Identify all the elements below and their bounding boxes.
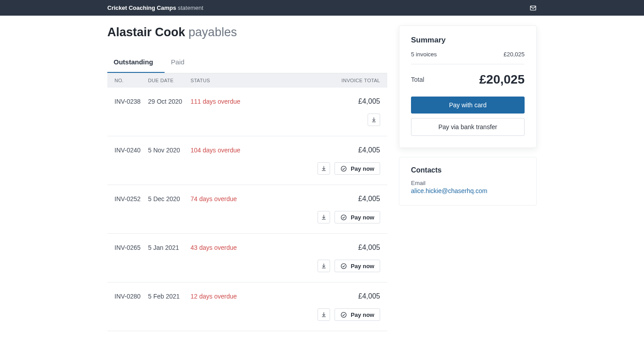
check-circle-icon <box>340 263 347 269</box>
download-icon <box>321 214 327 220</box>
mail-icon[interactable] <box>530 4 537 12</box>
pay-now-button[interactable]: Pay now <box>335 308 380 321</box>
invoice-total: £4,005 <box>318 146 380 154</box>
table-row: INV-02655 Jan 202143 days overdue£4,005P… <box>107 234 387 282</box>
row-actions: Pay now <box>114 308 380 321</box>
invoice-due: 29 Oct 2020 <box>148 98 191 105</box>
pay-now-label: Pay now <box>351 214 374 221</box>
title-word: payables <box>189 25 237 39</box>
title-suffix: statement <box>178 4 203 11</box>
invoice-total: £4,005 <box>318 97 380 105</box>
invoice-status: 74 days overdue <box>191 195 318 202</box>
tabs: Outstanding Paid <box>107 52 387 73</box>
summary-count-line: 5 invoices £20,025 <box>411 51 525 64</box>
svg-point-3 <box>341 263 346 268</box>
download-button[interactable] <box>318 162 330 175</box>
summary-total-line: Total £20,025 <box>411 64 525 97</box>
download-icon <box>321 311 327 318</box>
tab-outstanding[interactable]: Outstanding <box>107 52 165 73</box>
download-button[interactable] <box>318 260 330 272</box>
download-icon <box>371 117 377 123</box>
main-content: Alastair Cook payables Outstanding Paid … <box>107 25 387 331</box>
invoice-no: INV-0252 <box>114 195 148 202</box>
tab-paid[interactable]: Paid <box>165 52 196 73</box>
row-actions: Pay now <box>114 211 380 223</box>
check-circle-icon <box>340 311 347 318</box>
pay-now-label: Pay now <box>351 263 374 269</box>
table-row: INV-02405 Nov 2020104 days overdue£4,005… <box>107 136 387 185</box>
check-circle-icon <box>340 214 347 221</box>
summary-total-label: Total <box>411 76 424 83</box>
row-actions: Pay now <box>114 162 380 175</box>
download-button[interactable] <box>318 308 330 321</box>
invoice-list: INV-023829 Oct 2020111 days overdue£4,00… <box>107 88 387 331</box>
contacts-title: Contacts <box>411 166 525 174</box>
pay-now-button[interactable]: Pay now <box>335 162 380 175</box>
pay-now-label: Pay now <box>351 165 374 172</box>
row-actions: Pay now <box>114 260 380 272</box>
pay-via-bank-button[interactable]: Pay via bank transfer <box>411 118 525 136</box>
topbar: Cricket Coaching Camps statement <box>0 0 644 16</box>
pay-now-button[interactable]: Pay now <box>335 260 380 272</box>
summary-total-amount: £20,025 <box>479 72 525 87</box>
svg-point-4 <box>341 312 346 317</box>
sidebar: Summary 5 invoices £20,025 Total £20,025… <box>399 25 537 206</box>
invoice-total: £4,005 <box>318 244 380 252</box>
table-header: NO. DUE DATE STATUS INVOICE TOTAL <box>107 73 387 88</box>
download-button[interactable] <box>318 211 330 223</box>
topbar-title: Cricket Coaching Camps statement <box>107 4 203 11</box>
summary-count-label: 5 invoices <box>411 51 437 58</box>
invoice-status: 111 days overdue <box>191 98 318 105</box>
org-name: Cricket Coaching Camps <box>107 4 176 11</box>
download-icon <box>321 263 327 269</box>
invoice-total: £4,005 <box>318 292 380 300</box>
col-header-due: DUE DATE <box>148 78 191 83</box>
contacts-email-label: Email <box>411 180 525 186</box>
invoice-due: 5 Nov 2020 <box>148 147 191 154</box>
svg-point-2 <box>341 215 346 219</box>
contacts-email[interactable]: alice.hickie@chaserhq.com <box>411 187 525 194</box>
customer-name: Alastair Cook <box>107 25 185 39</box>
col-header-status: STATUS <box>191 78 318 83</box>
invoice-total: £4,005 <box>318 195 380 203</box>
col-header-no: NO. <box>114 78 148 83</box>
invoice-no: INV-0238 <box>114 98 148 105</box>
pay-now-button[interactable]: Pay now <box>335 211 380 223</box>
invoice-due: 5 Feb 2021 <box>148 293 191 300</box>
page-title: Alastair Cook payables <box>107 25 387 39</box>
invoice-due: 5 Jan 2021 <box>148 244 191 251</box>
svg-point-1 <box>341 166 346 171</box>
summary-count-amount: £20,025 <box>504 51 525 58</box>
invoice-due: 5 Dec 2020 <box>148 195 191 202</box>
invoice-no: INV-0265 <box>114 244 148 251</box>
download-button[interactable] <box>368 114 380 126</box>
check-circle-icon <box>340 165 347 172</box>
pay-with-card-button[interactable]: Pay with card <box>411 97 525 114</box>
row-actions <box>114 114 380 126</box>
download-icon <box>321 165 327 172</box>
pay-now-label: Pay now <box>351 311 374 318</box>
invoice-status: 104 days overdue <box>191 147 318 154</box>
table-row: INV-023829 Oct 2020111 days overdue£4,00… <box>107 88 387 136</box>
contacts-card: Contacts Email alice.hickie@chaserhq.com <box>399 157 537 206</box>
col-header-total: INVOICE TOTAL <box>318 78 380 83</box>
invoice-status: 43 days overdue <box>191 244 318 251</box>
table-row: INV-02525 Dec 202074 days overdue£4,005P… <box>107 185 387 234</box>
invoice-no: INV-0240 <box>114 147 148 154</box>
invoice-no: INV-0280 <box>114 293 148 300</box>
summary-title: Summary <box>411 36 525 45</box>
invoice-status: 12 days overdue <box>191 293 318 300</box>
table-row: INV-02805 Feb 202112 days overdue£4,005P… <box>107 282 387 331</box>
summary-card: Summary 5 invoices £20,025 Total £20,025… <box>399 25 537 148</box>
